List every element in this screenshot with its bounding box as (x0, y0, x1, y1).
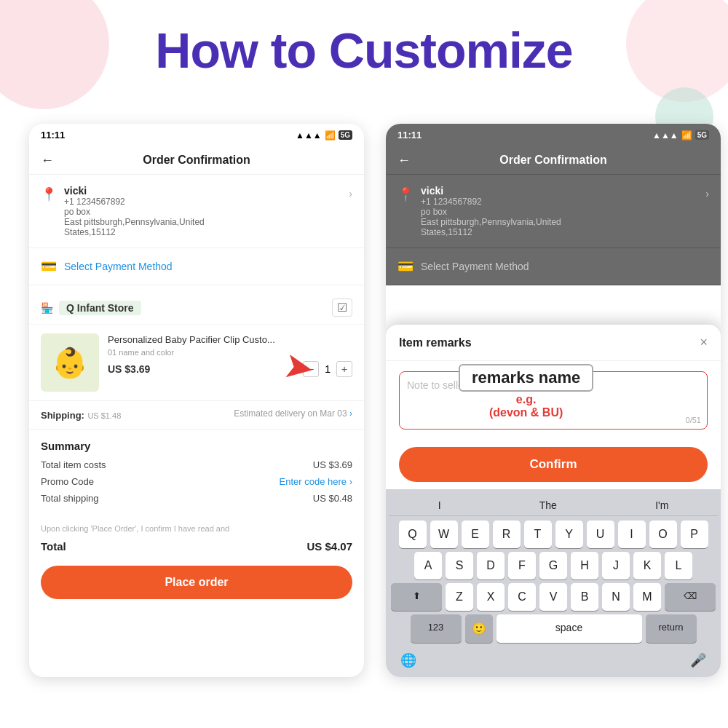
key-w[interactable]: W (430, 521, 458, 548)
key-return[interactable]: return (646, 614, 697, 643)
key-x[interactable]: X (477, 583, 505, 611)
keyboard-suggestions: I The I'm (389, 495, 718, 516)
address-chevron-left: › (349, 188, 352, 199)
back-button-left[interactable]: ← (41, 153, 54, 168)
confirm-button[interactable]: Confirm (399, 447, 708, 482)
suggestion-i[interactable]: I (438, 499, 441, 511)
address-info-right: vicki +1 1234567892 po box East pittsbur… (421, 185, 698, 237)
address-section-left[interactable]: 📍 vicki +1 1234567892 po box East pittsb… (29, 175, 364, 248)
payment-icon-left: 💳 (41, 258, 57, 274)
key-g[interactable]: G (539, 552, 567, 579)
shipping-delivery-left: Estimated delivery on Mar 03 › (234, 408, 352, 419)
key-t[interactable]: T (524, 521, 552, 548)
globe-icon[interactable]: 🌐 (400, 652, 416, 668)
note-char-count: 0/51 (686, 416, 701, 424)
payment-section-right[interactable]: 💳 Select Payment Method (386, 248, 721, 285)
suggestion-im[interactable]: I'm (655, 499, 668, 511)
key-i[interactable]: I (618, 521, 646, 548)
note-input-area[interactable]: Note to seller 0/51 (399, 371, 708, 430)
qty-num-left: 1 (325, 363, 331, 375)
address-name-right: vicki (421, 185, 698, 197)
key-l[interactable]: L (665, 552, 692, 579)
key-s[interactable]: S (446, 552, 473, 579)
key-q[interactable]: Q (399, 521, 427, 548)
summary-section-left: Summary Total item costs US $3.69 Promo … (29, 430, 364, 520)
signal-icon: ▲▲▲ (296, 130, 322, 141)
key-f[interactable]: F (508, 552, 536, 579)
payment-icon-right: 💳 (397, 258, 414, 274)
key-r[interactable]: R (493, 521, 521, 548)
place-order-button[interactable]: Place order (41, 566, 352, 599)
keyboard-bottom-row: 🌐 🎤 (389, 646, 718, 671)
payment-label-left: Select Payment Method (64, 261, 173, 272)
key-shift[interactable]: ⬆ (391, 583, 442, 611)
key-z[interactable]: Z (446, 583, 473, 611)
address-name-left: vicki (64, 185, 341, 197)
keyboard-row-3: ⬆ Z X C V B N M ⌫ (389, 583, 718, 611)
address-line2-left: East pittsburgh,Pennsylvania,United (64, 217, 341, 227)
keyboard: I The I'm Q W E R T Y U I O P A S D F (386, 489, 721, 677)
address-phone-left: +1 1234567892 (64, 197, 341, 207)
disclaimer-left: Upon clicking 'Place Order', I confirm I… (29, 520, 364, 537)
summary-row-items: Total item costs US $3.69 (41, 459, 352, 470)
store-header-left: 🏪 Q Infant Store ☑ (29, 291, 364, 325)
key-j[interactable]: J (602, 552, 630, 579)
key-b[interactable]: B (571, 583, 598, 611)
key-a[interactable]: A (414, 552, 442, 579)
key-e[interactable]: E (462, 521, 489, 548)
key-c[interactable]: C (508, 583, 536, 611)
screen-header-right: ← Order Confirmation (386, 146, 721, 175)
location-icon-left: 📍 (41, 186, 57, 202)
address-line1-left: po box (64, 207, 341, 217)
status-icons-right: ▲▲▲ 📶 5G (652, 130, 709, 141)
key-emoji[interactable]: 🙂 (465, 614, 493, 643)
note-icon-left[interactable]: ☑ (332, 298, 352, 317)
key-y[interactable]: Y (555, 521, 583, 548)
time-right: 11:11 (397, 130, 422, 141)
key-n[interactable]: N (602, 583, 630, 611)
key-123[interactable]: 123 (411, 614, 462, 643)
promo-label: Promo Code (41, 476, 94, 487)
key-d[interactable]: D (477, 552, 505, 579)
keyboard-row-4: 123 🙂 space return (389, 614, 718, 643)
address-line2-right: East pittsburgh,Pennsylvania,United (421, 217, 698, 227)
address-section-right[interactable]: 📍 vicki +1 1234567892 po box East pittsb… (386, 175, 721, 248)
total-label-left: Total (41, 540, 66, 553)
product-price-row-left: US $3.69 − 1 + (108, 361, 352, 377)
keyboard-row-1: Q W E R T Y U I O P (389, 521, 718, 548)
keyboard-row-2: A S D F G H J K L (389, 552, 718, 579)
key-space[interactable]: space (496, 614, 642, 643)
wifi-icon-right: 📶 (681, 130, 692, 141)
address-info-left: vicki +1 1234567892 po box East pittsbur… (64, 185, 341, 237)
product-price-left: US $3.69 (108, 363, 150, 375)
key-h[interactable]: H (571, 552, 598, 579)
key-m[interactable]: M (633, 583, 661, 611)
suggestion-the[interactable]: The (539, 499, 557, 511)
mic-icon[interactable]: 🎤 (690, 652, 706, 668)
status-bar-left: 11:11 ▲▲▲ 📶 5G (29, 124, 364, 146)
product-details-left: Personalized Baby Pacifier Clip Custo...… (108, 333, 352, 392)
back-button-right[interactable]: ← (397, 153, 411, 168)
payment-label-right: Select Payment Method (421, 261, 529, 272)
key-delete[interactable]: ⌫ (665, 583, 716, 611)
summary-row-promo[interactable]: Promo Code Enter code here › (41, 476, 352, 487)
network-icon-right: 5G (695, 130, 709, 140)
address-phone-right: +1 1234567892 (421, 197, 698, 207)
right-phone-panel: 11:11 ▲▲▲ 📶 5G ← Order Confirmation 📍 vi… (386, 124, 721, 677)
total-row-left: Total US $4.07 (29, 537, 364, 558)
qty-increase-left[interactable]: + (336, 361, 352, 377)
item-costs-value: US $3.69 (313, 459, 352, 470)
key-p[interactable]: P (681, 521, 708, 548)
payment-section-left[interactable]: 💳 Select Payment Method (29, 248, 364, 285)
header-title-right: Order Confirmation (499, 154, 607, 167)
promo-value[interactable]: Enter code here › (280, 476, 352, 487)
key-u[interactable]: U (587, 521, 614, 548)
address-line3-left: States,15112 (64, 227, 341, 237)
shipping-row-left: Shipping: US $1.48 Estimated delivery on… (29, 401, 364, 430)
note-placeholder: Note to seller (407, 379, 700, 391)
modal-close-button[interactable]: × (700, 335, 708, 350)
key-v[interactable]: V (539, 583, 567, 611)
key-k[interactable]: K (633, 552, 661, 579)
status-bar-right: 11:11 ▲▲▲ 📶 5G (386, 124, 721, 146)
key-o[interactable]: O (649, 521, 677, 548)
